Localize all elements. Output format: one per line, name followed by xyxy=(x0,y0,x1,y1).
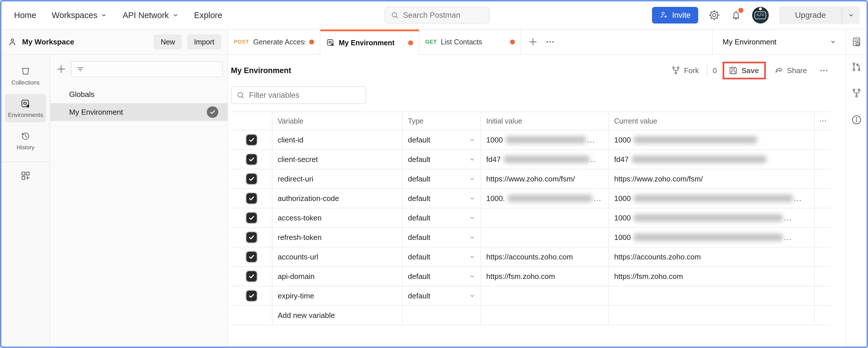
filter-variables-input[interactable] xyxy=(249,91,361,100)
row-checkbox[interactable] xyxy=(246,271,257,282)
variable-type-select[interactable]: default xyxy=(403,209,481,227)
add-environment-button[interactable] xyxy=(56,64,66,74)
list-item-globals[interactable]: Globals xyxy=(50,86,227,103)
header-type: Type xyxy=(403,112,481,130)
divider xyxy=(707,64,707,76)
upgrade-caret-button[interactable] xyxy=(842,6,860,24)
environment-list: Globals My Environment xyxy=(50,86,227,121)
pull-request-icon xyxy=(851,62,862,72)
global-search[interactable] xyxy=(385,7,490,24)
variable-type-select[interactable]: default xyxy=(403,130,481,149)
current-value-cell[interactable]: fd47 xyxy=(609,150,815,169)
variable-name-cell[interactable]: accounts-url xyxy=(273,247,403,266)
variable-type-select[interactable]: default xyxy=(403,150,481,169)
current-value-cell[interactable]: https://accounts.zoho.com xyxy=(609,247,815,266)
environment-quick-look-button[interactable] xyxy=(851,37,862,47)
tab-bar: POST Generate Access Toke My Environment… xyxy=(228,29,846,55)
environment-options-button[interactable] xyxy=(819,66,829,75)
nav-api-network[interactable]: API Network xyxy=(123,10,179,20)
variable-type-select[interactable]: default xyxy=(403,286,481,305)
current-value-cell[interactable]: https://fsm.zoho.com xyxy=(609,267,815,286)
invite-button[interactable]: Invite xyxy=(652,7,698,24)
forks-button[interactable] xyxy=(851,88,862,98)
pull-requests-button[interactable] xyxy=(851,62,862,72)
initial-value-cell[interactable] xyxy=(481,286,609,305)
initial-value-cell[interactable]: https://fsm.zoho.com xyxy=(481,267,609,286)
workspace-title[interactable]: My Workspace xyxy=(22,37,74,46)
import-button[interactable]: Import xyxy=(187,34,221,49)
add-variable-row[interactable]: Add new variable xyxy=(231,306,831,325)
variable-type-select[interactable]: default xyxy=(403,189,481,208)
columns-options-button[interactable] xyxy=(819,117,827,125)
row-checkbox[interactable] xyxy=(246,135,257,145)
row-checkbox[interactable] xyxy=(246,193,257,203)
nav-explore[interactable]: Explore xyxy=(194,10,222,20)
row-checkbox[interactable] xyxy=(246,252,257,262)
sidebar-item-environments[interactable]: Environments xyxy=(5,94,46,122)
table-row: redirect-uri default https://www.zoho.co… xyxy=(231,169,831,189)
variable-type-select[interactable]: default xyxy=(403,267,481,286)
row-checkbox[interactable] xyxy=(246,213,257,223)
row-checkbox[interactable] xyxy=(246,291,257,301)
row-checkbox[interactable] xyxy=(246,154,257,164)
check-icon xyxy=(209,108,216,116)
variable-name-cell[interactable]: redirect-uri xyxy=(273,169,403,188)
save-button[interactable]: Save xyxy=(727,65,760,76)
avatar[interactable]: </> xyxy=(752,7,769,24)
share-button[interactable]: Share xyxy=(772,64,810,77)
filter-variables[interactable] xyxy=(231,86,366,104)
initial-value-cell[interactable] xyxy=(481,228,609,247)
initial-value-cell[interactable]: https://www.zoho.com/fsm/ xyxy=(481,169,609,188)
right-rail-top xyxy=(846,29,867,55)
notifications-button[interactable] xyxy=(730,9,742,21)
global-search-input[interactable] xyxy=(403,11,483,20)
info-button[interactable] xyxy=(851,115,862,125)
initial-value-cell[interactable]: 1000... xyxy=(481,130,609,149)
variable-name-cell[interactable]: expiry-time xyxy=(273,286,403,305)
current-value-cell[interactable]: 1000 xyxy=(609,130,815,149)
environment-selector[interactable]: My Environment xyxy=(712,30,846,54)
sidebar-search[interactable] xyxy=(71,61,223,77)
initial-value-cell[interactable]: https://accounts.zoho.com xyxy=(481,247,609,266)
list-item-my-environment[interactable]: My Environment xyxy=(50,103,227,121)
sidebar-item-history[interactable]: History xyxy=(5,126,46,155)
variable-name-cell[interactable]: api-domain xyxy=(273,267,403,286)
variable-name-cell[interactable]: access-token xyxy=(273,209,403,227)
upgrade-button[interactable]: Upgrade xyxy=(779,6,842,24)
current-value-cell[interactable] xyxy=(609,286,815,305)
table-row: client-id default 1000... 1000 xyxy=(231,130,831,150)
current-value-cell[interactable]: 1000... xyxy=(609,209,815,227)
variable-name-cell[interactable]: authorization-code xyxy=(273,189,403,208)
filter-icon xyxy=(76,65,85,73)
tab-generate-access-token[interactable]: POST Generate Access Toke xyxy=(228,30,320,54)
nav-home[interactable]: Home xyxy=(14,10,36,20)
initial-value-cell[interactable]: fd47.. xyxy=(481,150,609,169)
initial-value-cell[interactable]: 1000.... xyxy=(481,189,609,208)
check-icon xyxy=(248,195,255,202)
initial-value-cell[interactable] xyxy=(481,209,609,227)
tab-options-button[interactable] xyxy=(545,37,555,47)
current-value-cell[interactable]: 1000... xyxy=(609,228,815,247)
nav-workspaces[interactable]: Workspaces xyxy=(52,10,107,20)
variable-type-select[interactable]: default xyxy=(403,247,481,266)
variable-name-cell[interactable]: client-secret xyxy=(273,150,403,169)
tab-list-contacts[interactable]: GET List Contacts xyxy=(420,30,521,54)
row-checkbox[interactable] xyxy=(246,174,257,184)
fork-button[interactable]: Fork xyxy=(669,64,702,77)
variable-type-select[interactable]: default xyxy=(403,228,481,247)
sidebar-item-collections[interactable]: Collections xyxy=(5,62,46,90)
current-value-cell[interactable]: 1000... xyxy=(609,189,815,208)
new-tab-button[interactable] xyxy=(528,37,538,47)
method-post-label: POST xyxy=(234,39,249,45)
settings-button[interactable] xyxy=(709,9,720,21)
variable-name-cell[interactable]: client-id xyxy=(273,130,403,149)
tab-my-environment[interactable]: My Environment xyxy=(320,30,420,55)
current-value-cell[interactable]: https://www.zoho.com/fsm/ xyxy=(609,169,815,188)
add-variable-placeholder[interactable]: Add new variable xyxy=(273,306,403,325)
variable-name-cell[interactable]: refresh-token xyxy=(273,228,403,247)
row-checkbox[interactable] xyxy=(246,232,257,243)
variable-type-select[interactable]: default xyxy=(403,169,481,188)
chevron-down-icon xyxy=(469,195,475,201)
new-button[interactable]: New xyxy=(154,34,182,49)
configure-sidebar-button[interactable] xyxy=(20,170,31,181)
